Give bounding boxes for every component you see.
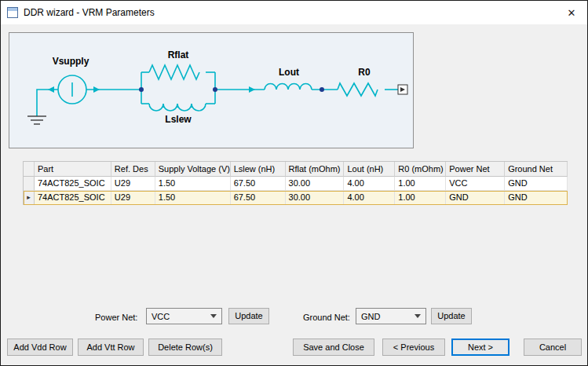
cell-supply-voltage[interactable]: 1.50 bbox=[155, 177, 231, 191]
ground-net-select[interactable]: GND bbox=[356, 308, 426, 324]
cell-supply-voltage[interactable]: 1.50 bbox=[155, 191, 231, 205]
col-header-r0[interactable]: R0 (mOhm) bbox=[395, 162, 446, 177]
selected-row-arrow-icon: ▸ bbox=[27, 193, 31, 201]
col-header-ref-des[interactable]: Ref. Des bbox=[111, 162, 155, 177]
row-selector-active[interactable]: ▸ bbox=[24, 191, 35, 205]
table-row[interactable]: 74ACT825_SOIC U29 1.50 67.50 30.00 4.00 … bbox=[24, 177, 568, 191]
table-header-row: Part Ref. Des Supply Voltage (V) Lslew (… bbox=[24, 162, 568, 177]
power-net-value: VCC bbox=[152, 312, 170, 321]
inductor-lout-icon bbox=[265, 84, 312, 90]
lout-label: Lout bbox=[279, 67, 299, 78]
rflat-label: Rflat bbox=[168, 49, 189, 60]
power-net-update-button[interactable]: Update bbox=[228, 308, 269, 324]
close-button[interactable]: ✕ bbox=[556, 1, 587, 24]
ground-net-value: GND bbox=[361, 312, 380, 321]
title-bar: DDR wizard - VRM Parameters ✕ bbox=[1, 1, 587, 24]
cell-lout[interactable]: 4.00 bbox=[344, 191, 395, 205]
app-icon bbox=[7, 7, 18, 18]
chevron-down-icon bbox=[210, 314, 217, 318]
col-header-rflat[interactable]: Rflat (mOhm) bbox=[286, 162, 345, 177]
inductor-lslew-icon bbox=[149, 104, 206, 111]
col-header-lslew[interactable]: Lslew (nH) bbox=[231, 162, 286, 177]
col-header-part[interactable]: Part bbox=[35, 162, 111, 177]
power-net-select[interactable]: VCC bbox=[146, 308, 222, 324]
row-selector-header bbox=[24, 162, 35, 177]
table-row-selected[interactable]: ▸ 74ACT825_SOIC U29 1.50 67.50 30.00 4.0… bbox=[24, 191, 568, 205]
row-selector[interactable] bbox=[24, 177, 35, 191]
cell-lslew[interactable]: 67.50 bbox=[231, 191, 286, 205]
cancel-button[interactable]: Cancel bbox=[524, 339, 582, 356]
ground-net-label: Ground Net: bbox=[303, 312, 350, 323]
cell-ref-des[interactable]: U29 bbox=[111, 191, 155, 205]
add-vtt-row-button[interactable]: Add Vtt Row bbox=[78, 339, 144, 356]
col-header-supply-voltage[interactable]: Supply Voltage (V) bbox=[155, 162, 231, 177]
resistor-rflat-icon bbox=[149, 65, 199, 79]
cell-r0[interactable]: 1.00 bbox=[395, 177, 446, 191]
vrm-parameters-table: Part Ref. Des Supply Voltage (V) Lslew (… bbox=[23, 161, 568, 205]
cell-rflat[interactable]: 30.00 bbox=[286, 177, 345, 191]
circuit-wires bbox=[37, 65, 398, 116]
chevron-down-icon bbox=[415, 314, 421, 318]
resistor-r0-icon bbox=[338, 83, 378, 96]
circuit-diagram-panel: Vsupply Rflat Lslew Lout R0 bbox=[9, 32, 414, 148]
vrm-circuit-svg: Vsupply Rflat Lslew Lout R0 bbox=[9, 33, 413, 148]
cell-power-net[interactable]: GND bbox=[446, 191, 505, 205]
r0-label: R0 bbox=[358, 67, 371, 78]
cell-part[interactable]: 74ACT825_SOIC bbox=[35, 191, 111, 205]
dialog-window: DDR wizard - VRM Parameters ✕ bbox=[0, 0, 588, 366]
vsupply-label: Vsupply bbox=[53, 56, 89, 67]
ground-net-update-button[interactable]: Update bbox=[431, 308, 472, 324]
cell-rflat[interactable]: 30.00 bbox=[286, 191, 345, 205]
save-and-close-button[interactable]: Save and Close bbox=[293, 339, 374, 356]
cell-r0[interactable]: 1.00 bbox=[395, 191, 446, 205]
col-header-lout[interactable]: Lout (nH) bbox=[344, 162, 395, 177]
cell-lout[interactable]: 4.00 bbox=[344, 177, 395, 191]
previous-button[interactable]: < Previous bbox=[382, 339, 445, 356]
cell-ref-des[interactable]: U29 bbox=[111, 177, 155, 191]
cell-power-net[interactable]: VCC bbox=[446, 177, 505, 191]
delete-rows-button[interactable]: Delete Row(s) bbox=[148, 339, 222, 356]
cell-ground-net[interactable]: GND bbox=[505, 191, 568, 205]
next-button[interactable]: Next > bbox=[451, 339, 509, 356]
lslew-label: Lslew bbox=[165, 114, 192, 125]
cell-ground-net[interactable]: GND bbox=[505, 177, 568, 191]
col-header-power-net[interactable]: Power Net bbox=[446, 162, 505, 177]
close-icon: ✕ bbox=[568, 7, 576, 19]
ground-symbol-icon bbox=[27, 116, 46, 124]
cell-lslew[interactable]: 67.50 bbox=[231, 177, 286, 191]
cell-part[interactable]: 74ACT825_SOIC bbox=[35, 177, 111, 191]
power-net-label: Power Net: bbox=[95, 312, 137, 323]
output-terminal-icon bbox=[398, 85, 407, 94]
add-vdd-row-button[interactable]: Add Vdd Row bbox=[7, 339, 73, 356]
window-title: DDR wizard - VRM Parameters bbox=[24, 7, 155, 18]
col-header-ground-net[interactable]: Ground Net bbox=[505, 162, 568, 177]
